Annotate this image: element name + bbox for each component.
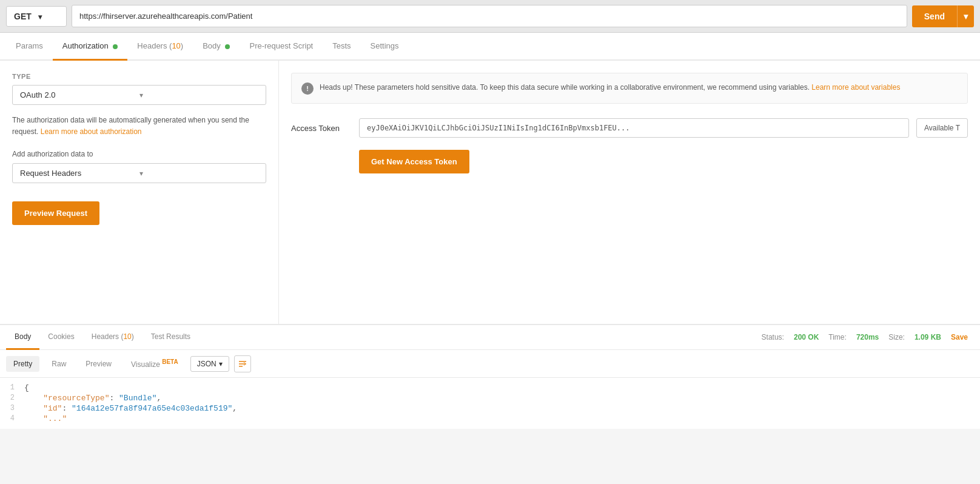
format-raw[interactable]: Raw xyxy=(44,356,73,372)
line-number: 1 xyxy=(0,383,24,392)
line-number: 4 xyxy=(0,414,24,423)
response-area: Body Cookies Headers (10) Test Results S… xyxy=(0,324,980,429)
tab-pre-request[interactable]: Pre-request Script xyxy=(240,33,323,61)
add-auth-label: Add authorization data to xyxy=(12,150,266,158)
method-value: GET xyxy=(14,12,35,21)
format-preview[interactable]: Preview xyxy=(78,356,119,372)
response-tab-cookies[interactable]: Cookies xyxy=(39,325,82,350)
send-button-label: Send xyxy=(912,5,957,27)
line-number: 3 xyxy=(0,404,24,413)
code-line-1: 1 { xyxy=(0,383,980,393)
available-tokens-button[interactable]: Available T xyxy=(916,118,968,138)
preview-request-button[interactable]: Preview Request xyxy=(12,201,99,225)
size-label: Size: xyxy=(888,333,905,341)
access-token-label: Access Token xyxy=(291,124,352,133)
alert-box: ! Heads up! These parameters hold sensit… xyxy=(291,73,968,104)
status-value: 200 OK xyxy=(794,333,819,341)
response-tabs-bar: Body Cookies Headers (10) Test Results S… xyxy=(0,325,980,350)
send-dropdown-arrow[interactable]: ▾ xyxy=(957,5,974,27)
beta-badge: BETA xyxy=(162,358,178,365)
alert-text: Heads up! These parameters hold sensitiv… xyxy=(320,82,900,93)
response-meta: Status: 200 OK Time: 720ms Size: 1.09 KB… xyxy=(762,333,974,341)
auth-target-value: Request Headers xyxy=(20,169,139,178)
save-response-link[interactable]: Save xyxy=(951,333,968,341)
send-button[interactable]: Send ▾ xyxy=(912,5,974,27)
code-line-2: 2 "resourceType": "Bundle", xyxy=(0,393,980,403)
tab-authorization[interactable]: Authorization xyxy=(53,33,128,61)
size-value: 1.09 KB xyxy=(915,333,941,341)
time-label: Time: xyxy=(828,333,847,341)
type-select-value: OAuth 2.0 xyxy=(20,90,139,99)
wrap-toggle-button[interactable] xyxy=(234,355,251,372)
get-new-access-token-button[interactable]: Get New Access Token xyxy=(359,150,469,173)
status-label: Status: xyxy=(762,333,784,341)
alert-icon: ! xyxy=(301,82,314,95)
request-tabs: Params Authorization Headers (10) Body P… xyxy=(0,33,980,61)
response-code-area: 1 { 2 "resourceType": "Bundle", 3 "id": … xyxy=(0,378,980,429)
response-tab-test-results[interactable]: Test Results xyxy=(143,325,199,350)
json-chevron-icon xyxy=(219,360,223,368)
tab-body[interactable]: Body xyxy=(193,33,240,61)
json-format-select[interactable]: JSON xyxy=(190,356,229,372)
learn-variables-link[interactable]: Learn more about variables xyxy=(811,83,900,92)
auth-target-chevron-icon xyxy=(139,169,259,178)
format-bar: Pretty Raw Preview Visualize BETA JSON xyxy=(0,350,980,378)
response-tab-body[interactable]: Body xyxy=(6,325,39,350)
type-chevron-icon xyxy=(139,90,259,99)
learn-more-link[interactable]: Learn more about authorization xyxy=(41,127,142,136)
type-label: TYPE xyxy=(12,73,266,80)
access-token-row: Access Token Available T xyxy=(291,118,968,138)
code-line-4: 4 "..." xyxy=(0,414,980,424)
access-token-input[interactable] xyxy=(359,118,909,138)
method-chevron-icon xyxy=(38,12,59,21)
format-pretty[interactable]: Pretty xyxy=(6,356,39,372)
body-dot xyxy=(225,44,230,49)
authorization-dot xyxy=(113,44,118,49)
line-number: 2 xyxy=(0,394,24,403)
tab-params[interactable]: Params xyxy=(6,33,53,61)
top-bar: GET Send ▾ xyxy=(0,0,980,33)
code-line-3: 3 "id": "164a12e57fa8f947a65e4c03eda1f51… xyxy=(0,403,980,414)
auth-left-panel: TYPE OAuth 2.0 The authorization data wi… xyxy=(0,61,279,324)
auth-target-select[interactable]: Request Headers xyxy=(12,163,266,183)
format-visualize[interactable]: Visualize BETA xyxy=(124,355,186,372)
tab-tests[interactable]: Tests xyxy=(323,33,360,61)
time-value: 720ms xyxy=(856,333,879,341)
tab-settings[interactable]: Settings xyxy=(361,33,409,61)
tab-headers[interactable]: Headers (10) xyxy=(127,33,193,61)
auth-right-panel: ! Heads up! These parameters hold sensit… xyxy=(279,61,980,324)
response-tabs-left: Body Cookies Headers (10) Test Results xyxy=(6,325,199,349)
wrap-icon xyxy=(238,359,247,369)
type-select[interactable]: OAuth 2.0 xyxy=(12,85,266,105)
url-input[interactable] xyxy=(72,5,907,27)
auth-info-text: The authorization data will be automatic… xyxy=(12,115,266,138)
response-tab-headers[interactable]: Headers (10) xyxy=(83,325,143,350)
method-dropdown[interactable]: GET xyxy=(6,6,67,27)
main-content: TYPE OAuth 2.0 The authorization data wi… xyxy=(0,61,980,324)
